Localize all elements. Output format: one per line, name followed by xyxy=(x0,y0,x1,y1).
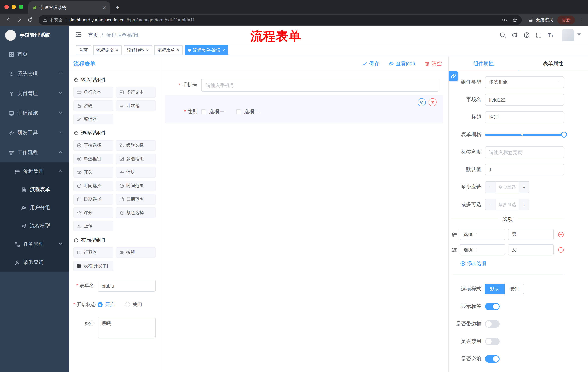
save-button[interactable]: 保存 xyxy=(362,60,379,67)
form-name-input[interactable] xyxy=(97,280,156,292)
form-remark-textarea[interactable]: 嘿嘿 xyxy=(97,318,156,338)
component-type-select[interactable]: 多选框组 xyxy=(485,76,564,88)
option-style-button-button[interactable]: 按钮 xyxy=(505,284,524,295)
tag-process-model[interactable]: 流程模型× xyxy=(124,45,152,55)
disabled-toggle[interactable] xyxy=(485,338,500,345)
forward-button[interactable] xyxy=(15,17,24,23)
close-icon[interactable]: × xyxy=(177,48,179,53)
palette-item-time-picker[interactable]: 时间选择 xyxy=(74,181,113,191)
option-2-value-input[interactable] xyxy=(508,244,554,255)
decrease-button[interactable]: − xyxy=(485,199,496,210)
default-value-input[interactable] xyxy=(485,164,564,175)
title-input[interactable] xyxy=(485,111,564,123)
github-icon[interactable] xyxy=(512,32,518,38)
gender-option-2-checkbox[interactable]: 选项二 xyxy=(236,108,259,115)
status-radio-off[interactable]: 关闭 xyxy=(125,301,142,308)
fullscreen-icon[interactable] xyxy=(536,32,542,38)
palette-item-table[interactable]: 表格[开发中] xyxy=(74,261,113,271)
tab-form-props[interactable]: 表单属性 xyxy=(518,56,588,71)
sidebar-item-user-group[interactable]: 用户分组 xyxy=(0,199,69,217)
gender-option-1-checkbox[interactable]: 选项一 xyxy=(201,108,224,115)
browser-tab[interactable]: 芋道管理系统 ✕ xyxy=(28,1,110,14)
avatar[interactable] xyxy=(562,29,574,41)
palette-item-counter[interactable]: 计数器 xyxy=(116,100,156,111)
address-bar[interactable]: 不安全 | dashboard.yudao.iocoder.cn/bpm/man… xyxy=(39,15,522,25)
remove-option-button[interactable] xyxy=(558,231,564,237)
palette-item-checkbox-group[interactable]: 多选框组 xyxy=(116,154,156,164)
option-1-value-input[interactable] xyxy=(508,229,554,240)
status-radio-on[interactable]: 开启 xyxy=(97,301,115,308)
user-menu[interactable] xyxy=(562,29,582,41)
palette-item-time-range[interactable]: 时间范围 xyxy=(116,181,156,191)
panel-collapse-handle[interactable] xyxy=(449,71,458,81)
tag-process-form-edit[interactable]: 流程表单-编辑× xyxy=(185,45,228,55)
label-width-input[interactable] xyxy=(485,146,564,158)
delete-component-button[interactable] xyxy=(429,98,437,106)
required-toggle[interactable] xyxy=(485,355,500,362)
tag-process-definition[interactable]: 流程定义× xyxy=(93,45,122,55)
field-name-input[interactable] xyxy=(485,94,564,106)
tag-process-form[interactable]: 流程表单× xyxy=(154,45,183,55)
palette-item-color-picker[interactable]: 颜色选择 xyxy=(116,207,156,218)
form-grid-slider[interactable] xyxy=(485,129,564,140)
field-gender-selected[interactable]: 性别 选项一 选项二 xyxy=(165,95,443,123)
add-option-button[interactable]: 添加选项 xyxy=(460,260,564,267)
window-zoom-button[interactable] xyxy=(19,5,23,9)
font-size-icon[interactable] xyxy=(548,32,554,38)
tag-home[interactable]: 首页 xyxy=(76,45,91,55)
sidebar-item-system[interactable]: 系统管理 xyxy=(0,64,69,84)
close-icon[interactable]: × xyxy=(116,48,118,53)
view-json-button[interactable]: 查看json xyxy=(389,60,415,67)
remove-option-button[interactable] xyxy=(558,247,564,253)
tab-component-props[interactable]: 组件属性 xyxy=(449,56,518,71)
palette-item-password[interactable]: 密码 xyxy=(74,100,113,111)
sidebar-item-leave-query[interactable]: 请假查询 xyxy=(0,253,69,272)
field-phone[interactable]: 手机号 xyxy=(165,79,439,92)
new-tab-button[interactable]: + xyxy=(116,4,119,11)
palette-item-single-line-text[interactable]: 单行文本 xyxy=(74,87,113,97)
palette-item-date-range[interactable]: 日期范围 xyxy=(116,194,156,205)
password-key-icon[interactable] xyxy=(502,18,507,22)
palette-item-cascader[interactable]: 级联选择 xyxy=(116,140,156,151)
reload-button[interactable] xyxy=(25,17,35,23)
option-2-name-input[interactable] xyxy=(460,244,505,255)
phone-input[interactable] xyxy=(201,79,439,92)
palette-item-upload[interactable]: 上传 xyxy=(74,221,113,232)
browser-update-button[interactable]: 更新 xyxy=(557,16,575,24)
option-1-name-input[interactable] xyxy=(460,229,505,240)
sidebar-item-infra[interactable]: 基础设施 xyxy=(0,103,69,123)
search-icon[interactable] xyxy=(500,32,506,38)
palette-item-button[interactable]: 按钮 xyxy=(116,247,156,258)
sidebar-item-process-model[interactable]: 流程模型 xyxy=(0,217,69,235)
palette-item-radio-group[interactable]: 单选框组 xyxy=(74,154,113,164)
clear-button[interactable]: 清空 xyxy=(425,60,442,67)
tab-close-icon[interactable]: ✕ xyxy=(102,5,106,10)
sidebar-collapse-button[interactable] xyxy=(75,31,82,39)
sidebar-item-task-mgmt[interactable]: 任务管理 xyxy=(0,235,69,253)
palette-item-date-picker[interactable]: 日期选择 xyxy=(74,194,113,205)
copy-component-button[interactable] xyxy=(418,98,426,106)
slider-handle[interactable] xyxy=(561,132,567,138)
palette-item-editor[interactable]: 编辑器 xyxy=(74,114,113,125)
sidebar-item-payment[interactable]: 支付管理 xyxy=(0,84,69,103)
breadcrumb-home[interactable]: 首页 xyxy=(88,32,98,38)
sidebar-item-process-form[interactable]: 流程表单 xyxy=(0,181,69,199)
drag-handle-icon[interactable] xyxy=(452,247,457,252)
increase-button[interactable]: + xyxy=(518,199,529,210)
close-icon[interactable]: × xyxy=(222,48,225,53)
back-button[interactable] xyxy=(4,17,13,23)
close-icon[interactable]: × xyxy=(146,48,149,53)
palette-item-rate[interactable]: 评分 xyxy=(74,207,113,218)
decrease-button[interactable]: − xyxy=(485,182,496,192)
max-select-value[interactable]: 最多可选 xyxy=(496,199,518,210)
increase-button[interactable]: + xyxy=(518,182,529,192)
browser-menu-button[interactable]: ⋮ xyxy=(578,17,584,23)
window-minimize-button[interactable] xyxy=(12,5,16,9)
palette-item-dropdown[interactable]: 下拉选择 xyxy=(74,140,113,151)
palette-item-slider[interactable]: 滑块 xyxy=(116,167,156,178)
sidebar-item-devtools[interactable]: 研发工具 xyxy=(0,123,69,143)
palette-item-switch[interactable]: 开关 xyxy=(74,167,113,178)
show-label-toggle[interactable] xyxy=(485,303,500,310)
sidebar-item-process-mgmt[interactable]: 流程管理 xyxy=(0,162,69,181)
border-toggle[interactable] xyxy=(485,320,500,328)
